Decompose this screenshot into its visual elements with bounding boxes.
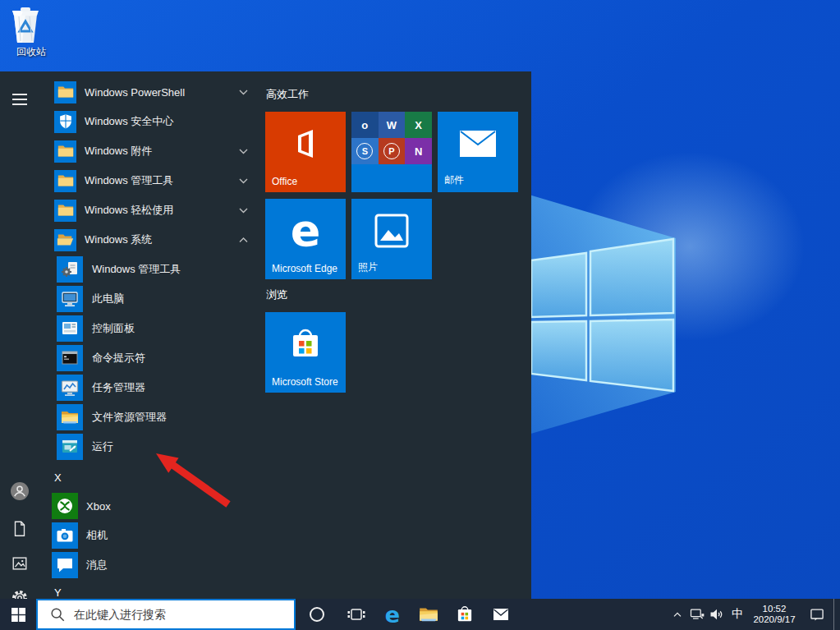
tile-mail[interactable]: 邮件 <box>438 112 518 192</box>
chevron-down-icon[interactable] <box>239 149 248 154</box>
tray-volume-button[interactable] <box>707 599 727 630</box>
control-panel-icon <box>60 319 80 338</box>
folder-tile-icon <box>54 170 76 192</box>
app-list-item-label: 相机 <box>86 528 108 543</box>
office-apps-mini-grid: o W X S P N <box>351 112 432 164</box>
camera-icon <box>55 526 75 545</box>
taskbar-edge-button[interactable]: e <box>374 599 411 630</box>
task-view-icon <box>347 605 366 624</box>
tile-microsoft-edge[interactable]: e Microsoft Edge <box>265 199 346 279</box>
start-menu: Windows PowerShell Windows 安全中心 <box>0 71 531 599</box>
app-list-item-label: Xbox <box>86 500 111 513</box>
folder-icon <box>57 142 75 160</box>
app-list-item-windows-security[interactable]: Windows 安全中心 <box>46 107 261 136</box>
taskbar-store-button[interactable] <box>447 599 483 630</box>
tray-hidden-icons-button[interactable] <box>668 599 687 630</box>
app-list-item-xbox[interactable]: Xbox <box>46 491 261 521</box>
file-explorer-icon <box>60 407 80 427</box>
taskbar-search-box[interactable] <box>36 599 296 630</box>
tile-office[interactable]: Office <box>265 112 346 192</box>
user-account-button[interactable] <box>10 481 30 502</box>
app-list-item-windows-accessories[interactable]: Windows 附件 <box>46 136 261 166</box>
word-icon: W <box>379 112 406 138</box>
app-list-item-messaging[interactable]: 消息 <box>46 550 261 580</box>
action-center-icon <box>809 606 825 623</box>
run-icon <box>60 437 80 457</box>
settings-button[interactable] <box>10 587 30 599</box>
desktop: 回收站 <box>0 0 840 630</box>
windows-logo-icon <box>11 608 25 622</box>
tile-photos[interactable]: 照片 <box>351 199 432 279</box>
tile-group-title-browse[interactable]: 浏览 <box>266 288 287 301</box>
store-icon <box>265 319 346 370</box>
app-list-item-this-pc[interactable]: 此电脑 <box>46 284 261 314</box>
taskbar-mail-button[interactable] <box>483 599 519 630</box>
app-list-item-windows-powershell[interactable]: Windows PowerShell <box>46 77 261 107</box>
pictures-button[interactable] <box>10 553 30 574</box>
app-list-item-control-panel[interactable]: 控制面板 <box>46 314 261 343</box>
app-list-item-camera[interactable]: 相机 <box>46 521 261 550</box>
app-list-section-y[interactable]: Y <box>54 585 62 599</box>
app-list-item-windows-system[interactable]: Windows 系统 <box>46 225 261 255</box>
app-list-item-windows-admin-tools-folder[interactable]: Windows 管理工具 <box>46 166 261 195</box>
onenote-icon: N <box>405 138 432 164</box>
tile-microsoft-store[interactable]: Microsoft Store <box>265 312 346 393</box>
task-manager-tile-icon <box>57 375 83 401</box>
tile-office-apps-group[interactable]: o W X S P N <box>351 112 432 192</box>
folder-tile-icon <box>54 200 76 222</box>
app-list-section-x[interactable]: X <box>54 470 62 486</box>
computer-icon <box>60 289 80 309</box>
task-view-button[interactable] <box>338 599 374 630</box>
chat-bubble-icon <box>55 555 75 575</box>
app-list-item-run[interactable]: 运行 <box>46 432 261 462</box>
app-list-item-label: Windows 管理工具 <box>85 173 173 188</box>
tray-clock[interactable]: 10:52 2020/9/17 <box>748 604 801 625</box>
cortana-button[interactable] <box>296 599 338 630</box>
show-desktop-button[interactable] <box>833 599 840 630</box>
app-list-item-label: Windows 管理工具 <box>92 262 181 277</box>
gear-icon <box>10 588 30 599</box>
edge-icon: e <box>265 205 346 256</box>
chevron-down-icon[interactable] <box>239 208 248 214</box>
app-list-item-label: 运行 <box>92 439 113 454</box>
folder-tile-icon <box>54 81 76 103</box>
app-list-item-admin-tools[interactable]: Windows 管理工具 <box>46 255 261 284</box>
app-list-item-windows-ease-of-access[interactable]: Windows 轻松使用 <box>46 195 261 225</box>
documents-button[interactable] <box>10 518 30 540</box>
photos-icon <box>351 205 432 256</box>
app-list-item-label: 任务管理器 <box>92 380 145 395</box>
app-list-item-command-prompt[interactable]: 命令提示符 <box>46 343 261 373</box>
app-list-item-task-manager[interactable]: 任务管理器 <box>46 373 261 402</box>
tile-group-title-work[interactable]: 高效工作 <box>266 88 309 101</box>
chevron-up-icon <box>671 608 684 621</box>
tile-label: 照片 <box>358 260 378 274</box>
taskbar-file-explorer-button[interactable] <box>411 599 447 630</box>
action-center-button[interactable] <box>801 599 833 630</box>
tray-network-button[interactable] <box>687 599 707 630</box>
folder-icon <box>57 201 75 219</box>
app-list-item-label: Windows 安全中心 <box>85 114 173 129</box>
recycle-bin-icon <box>7 5 44 44</box>
app-list-item-file-explorer[interactable]: 文件资源管理器 <box>46 402 261 432</box>
app-list-item-label: 命令提示符 <box>92 351 145 366</box>
excel-icon: X <box>405 112 432 138</box>
start-button[interactable] <box>0 599 36 630</box>
app-list-item-label: Windows 轻松使用 <box>85 203 173 218</box>
recycle-bin-desktop-icon[interactable]: 回收站 <box>7 5 56 59</box>
hamburger-icon <box>12 94 27 105</box>
tile-label: Microsoft Edge <box>272 263 337 274</box>
document-icon <box>11 520 29 538</box>
app-list-item-label: 此电脑 <box>92 292 124 306</box>
chevron-down-icon[interactable] <box>239 178 248 184</box>
search-input[interactable] <box>72 607 294 622</box>
chevron-up-icon[interactable] <box>239 237 248 243</box>
shield-icon <box>57 113 75 131</box>
tray-ime-indicator[interactable]: 中 <box>727 607 748 622</box>
command-prompt-tile-icon <box>57 345 83 371</box>
folder-icon <box>57 172 75 190</box>
search-icon <box>49 606 66 623</box>
chevron-down-icon[interactable] <box>239 90 248 95</box>
start-menu-expand-button[interactable] <box>10 89 30 110</box>
start-menu-app-list: Windows PowerShell Windows 安全中心 <box>46 71 261 599</box>
file-explorer-icon <box>418 604 439 625</box>
